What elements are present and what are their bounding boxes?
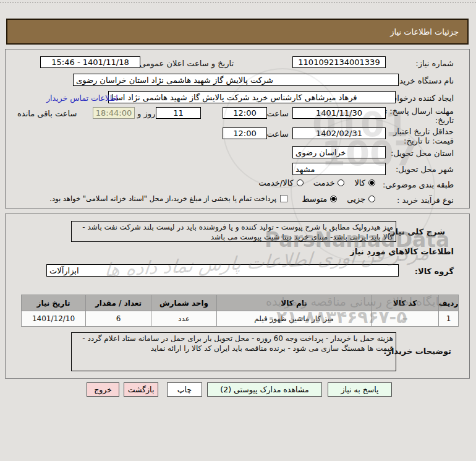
- buyer-org-field[interactable]: شرکت پالایش گاز شهید هاشمی نژاد استان خر…: [73, 74, 399, 86]
- radio-medium-icon[interactable]: [330, 196, 337, 202]
- announce-datetime-field[interactable]: 1401/11/18 - 15:46: [40, 56, 140, 68]
- goods-group-label: گروه کالا:: [415, 267, 454, 276]
- general-description-field[interactable]: میز هیدرولیک مطابق با شرح پیوست - تولید …: [71, 221, 396, 242]
- treasury-checkbox-icon[interactable]: [280, 195, 287, 202]
- classification-option-service[interactable]: خدمت: [313, 178, 345, 187]
- radio-service-icon[interactable]: [338, 179, 344, 186]
- radio-goods-service-icon[interactable]: [297, 179, 304, 186]
- validity-time-field[interactable]: 12:00: [223, 127, 267, 139]
- cell-row-number: 1: [438, 311, 459, 327]
- goods-info-heading: اطلاعات کالاهاي مورد نیاز: [350, 247, 454, 256]
- col-header-need-date: تاریخ نیاز: [21, 295, 86, 311]
- process-type-label: نوع فرآیند خرید :: [397, 196, 454, 205]
- treasury-checkbox-label: پرداخت تمام یا بخشی از مبلغ خرید،از محل …: [49, 194, 276, 203]
- delivery-province-label: استان محل تحویل:: [391, 149, 454, 158]
- creator-field[interactable]: فرهاد میرشاهی کارشناس خرید شرکت پالایش گ…: [108, 91, 396, 103]
- cell-quantity: 6: [85, 311, 151, 327]
- buyer-contact-link[interactable]: اطلاعات تماس خریدار: [46, 93, 118, 103]
- top-divider: [0, 2, 476, 3]
- page-title-bar: جزئیات اطلاعات نیاز: [6, 19, 469, 45]
- col-header-goods-code: کد کالا: [371, 295, 439, 311]
- print-button[interactable]: چاپ: [167, 382, 202, 397]
- table-row: 1 -- میز کار ماشین ظهور فیلم عدد 6 1401/…: [19, 311, 459, 327]
- process-option-medium[interactable]: متوسط: [302, 194, 337, 204]
- radio-partial-icon[interactable]: [368, 196, 375, 202]
- days-remaining-field[interactable]: 11: [156, 107, 201, 119]
- exit-button[interactable]: خروج: [87, 382, 119, 397]
- deadline-date-field[interactable]: 1401/11/30: [292, 107, 386, 119]
- delivery-city-label: شهر محل تحویل:: [396, 165, 454, 174]
- validity-hour-label: ساعت: [267, 129, 289, 139]
- remaining-hours-label: ساعت باقی مانده: [17, 109, 77, 118]
- deadline-hour-label: ساعت: [267, 109, 289, 118]
- goods-table-header-row: ردیف کد کالا نام کالا واحد شمارش تعداد /…: [19, 295, 459, 311]
- cell-need-date: 1401/12/10: [21, 311, 86, 327]
- view-attachments-button[interactable]: مشاهده مدارک پیوستی (2): [207, 382, 322, 397]
- delivery-city-field[interactable]: مشهد: [292, 163, 386, 175]
- validity-date-field[interactable]: 1402/02/31: [292, 127, 386, 139]
- cell-goods-name: میز کار ماشین ظهور فیلم: [216, 311, 372, 327]
- days-and-label: روز و: [137, 109, 155, 118]
- goods-group-field[interactable]: ابزارآلات: [46, 264, 399, 277]
- col-header-quantity: تعداد / مقدار: [85, 295, 151, 311]
- process-type-options: جزیی متوسط: [302, 194, 375, 204]
- treasury-payment-option: پرداخت تمام یا بخشی از مبلغ خرید،از محل …: [49, 194, 287, 203]
- classification-option-goods[interactable]: کالا: [354, 178, 375, 187]
- goods-table: ردیف کد کالا نام کالا واحد شمارش تعداد /…: [19, 295, 459, 327]
- need-details-page: جزئیات اطلاعات نیاز شماره نیاز: 11010921…: [0, 0, 476, 461]
- need-number-field[interactable]: 1101092134001339: [292, 56, 386, 68]
- cell-goods-code: --: [371, 311, 439, 327]
- classification-label: طبقه بندی موضوعی:: [383, 180, 454, 189]
- need-number-label: شماره نیاز:: [415, 59, 454, 68]
- radio-goods-icon[interactable]: [368, 179, 375, 186]
- buyer-org-label: نام دستگاه خریدار:: [391, 76, 454, 85]
- col-header-row-number: ردیف: [438, 295, 459, 311]
- page-title: جزئیات اطلاعات نیاز: [390, 27, 459, 37]
- deadline-time-field[interactable]: 12:00: [223, 107, 267, 119]
- time-remaining-field: 18:44:00: [93, 107, 135, 119]
- buyer-notes-field[interactable]: هزینه حمل با خریدار - پرداخت وجه 60 روزه…: [71, 332, 396, 371]
- reply-to-need-button[interactable]: پاسخ به نیاز: [328, 382, 392, 397]
- col-header-unit: واحد شمارش: [151, 295, 217, 311]
- delivery-province-field[interactable]: خراسان رضوی: [292, 146, 386, 158]
- cell-unit: عدد: [151, 311, 217, 327]
- back-button[interactable]: بازگشت: [124, 382, 158, 397]
- process-option-partial[interactable]: جزیی: [347, 194, 375, 204]
- announce-datetime-label: تاریخ و ساعت اعلان عمومی:: [137, 59, 234, 68]
- col-header-goods-name: نام کالا: [216, 295, 372, 311]
- classification-options: کالا خدمت کالا/خدمت: [258, 178, 375, 187]
- classification-option-goods-service[interactable]: کالا/خدمت: [258, 178, 304, 187]
